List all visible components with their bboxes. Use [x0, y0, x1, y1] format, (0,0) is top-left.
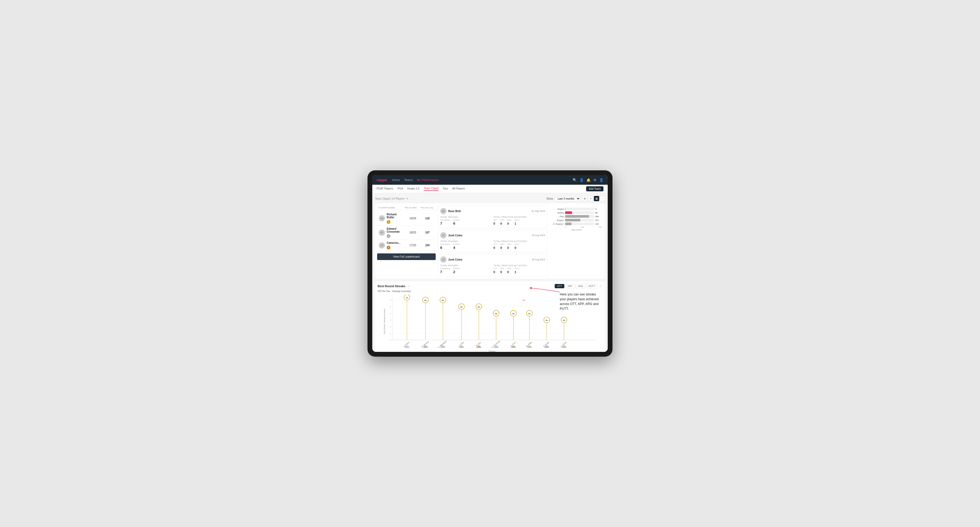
show-label: Show: [546, 197, 553, 200]
stat-value: 2: [453, 270, 455, 274]
app-logo: clippd: [377, 178, 387, 182]
filter-ott[interactable]: OTT: [555, 284, 564, 288]
profile-icon[interactable]: 👤: [599, 178, 603, 182]
bar-value: 96: [595, 211, 602, 214]
stat-block-activities: Total Practice Activities OTT 0 APP 0: [493, 264, 545, 274]
main-content: Team Clippd | 14 Players ✎ Show Last 3 m…: [372, 193, 608, 352]
stat-app: APP 0: [500, 219, 504, 226]
view-leaderboard-button[interactable]: View Full Leaderboard: [377, 253, 436, 260]
bar-chart: Eagles 3 Birdies 96: [550, 205, 603, 276]
navbar: clippd Home Teams My Performance 🔍 👤 🔔 ⚙…: [372, 175, 608, 185]
avatar: JC: [440, 256, 447, 263]
streaks-title: Best Round Streaks ←: [378, 284, 410, 288]
bar-track: [565, 222, 594, 225]
filter-putt[interactable]: PUTT: [586, 284, 598, 288]
player-info: CA Cameron... 3: [379, 241, 405, 249]
user-icon[interactable]: 👤: [579, 178, 584, 182]
col-pb-avg: PB AVG SQ: [421, 206, 434, 209]
stat-block-rounds: Total Rounds Tournament 8 Practice 4: [440, 240, 492, 250]
bar-label: Pars: [551, 215, 564, 218]
bar-label: Eagles: [551, 208, 564, 210]
search-icon[interactable]: 🔍: [573, 178, 577, 182]
bar-fill: [565, 208, 565, 210]
list-view-btn[interactable]: ≡: [588, 196, 593, 201]
stat-value: 7: [440, 221, 442, 225]
player-row[interactable]: CA Cameron... 3 17/20 103: [377, 240, 436, 251]
card-player-name: Rees Britt: [448, 210, 461, 213]
player-row[interactable]: EC Edward Crossman 2 18/20 107: [377, 226, 436, 240]
filter-app[interactable]: APP: [565, 284, 575, 288]
col-pb-score: PB SCORE: [405, 206, 421, 209]
card-date: 26 Aug 2023: [531, 258, 545, 261]
bar-track: [565, 211, 594, 214]
nav-teams[interactable]: Teams: [404, 178, 413, 182]
svg-text:5: 5: [390, 306, 391, 308]
card-player-name: Josh Coles: [448, 258, 462, 261]
subnav-tour[interactable]: Tour: [443, 187, 448, 190]
player-score: 18/20: [405, 231, 421, 234]
stat-sub-label: ARG: [508, 268, 511, 269]
card-stats: Total Rounds Tournament 7 Practice 2: [440, 264, 545, 274]
players-label: Players: [382, 350, 602, 352]
stat-arg: ARG 0: [508, 219, 511, 226]
player-avg: 110: [421, 217, 434, 220]
stat-value: 0: [500, 246, 502, 249]
edit-icon[interactable]: ✎: [406, 197, 408, 200]
table-view-btn[interactable]: ⋮: [600, 196, 605, 201]
settings-icon[interactable]: ⚙: [593, 178, 597, 182]
stat-tournament: Tournament 7: [440, 268, 450, 274]
stat-row: OTT 0 APP 0 ARG 0: [493, 243, 545, 250]
stat-row: Tournament 8 Practice 4: [440, 243, 492, 250]
col-player-name: PLAYER NAME: [379, 206, 405, 209]
add-team-button[interactable]: Add Team: [586, 186, 603, 191]
view-icons: ⊞ ≡ ▦ ⋮: [582, 196, 605, 201]
stat-app: APP 0: [500, 243, 504, 250]
player-card-2: JC Josh Coles 26 Aug 2023 Total Rounds T…: [438, 254, 547, 276]
stat-sub-label: Tournament: [440, 268, 450, 269]
arrow-indicator: ←: [407, 284, 410, 288]
nav-home[interactable]: Home: [392, 178, 400, 182]
subnav-pga[interactable]: PGA: [397, 187, 403, 190]
chart-axis: 0 200 400: [551, 226, 602, 228]
svg-text:2: 2: [390, 326, 391, 328]
svg-text:3x: 3x: [546, 319, 548, 321]
stat-putt: PUTT 1: [514, 219, 519, 226]
player-list: PLAYER NAME PB SCORE PB AVG SQ RB Richar…: [377, 205, 436, 276]
subnav-all-players[interactable]: All Players: [452, 187, 465, 190]
stat-row: OTT 0 APP 0 ARG 0: [493, 268, 545, 274]
stat-value: 8: [440, 246, 442, 250]
period-select[interactable]: Last 3 months: [555, 196, 581, 201]
subnav: PGAT Players PGA Hcaps 1-5 Team Clippd T…: [372, 185, 608, 193]
right-arrow-annotation: ←: [599, 284, 602, 288]
svg-text:1: 1: [390, 332, 391, 334]
svg-text:0: 0: [390, 339, 391, 341]
subnav-hcaps[interactable]: Hcaps 1-5: [407, 187, 420, 190]
stat-block-rounds: Total Rounds Tournament 7 Practice 6: [440, 216, 492, 226]
filter-arg[interactable]: ARG: [576, 284, 585, 288]
subnav-team-clippd[interactable]: Team Clippd: [424, 187, 439, 191]
avatar: EC: [379, 229, 385, 236]
card-view-btn[interactable]: ▦: [594, 196, 599, 201]
card-stats: Total Rounds Tournament 7 Practice 6: [440, 216, 545, 226]
stat-label: Total Practice Activities: [493, 216, 545, 218]
bell-icon[interactable]: 🔔: [586, 178, 591, 182]
bar-row-birdies: Birdies 96: [551, 211, 602, 214]
bar-fill: [565, 222, 571, 225]
player-avg: 107: [421, 231, 434, 234]
bar-fill: [565, 219, 580, 221]
stat-value: 0: [508, 222, 509, 225]
streaks-section: Best Round Streaks ← OTT APP ARG PUTT ← …: [375, 281, 605, 352]
subnav-pgat[interactable]: PGAT Players: [377, 187, 393, 190]
svg-text:5x: 5x: [478, 306, 480, 308]
stat-sub-label: Practice: [453, 243, 460, 245]
nav-my-performance[interactable]: My Performance: [417, 178, 439, 182]
svg-text:4: 4: [390, 313, 391, 314]
grid-view-btn[interactable]: ⊞: [582, 196, 587, 201]
tablet-screen: clippd Home Teams My Performance 🔍 👤 🔔 ⚙…: [372, 175, 608, 352]
player-card-0: RB Rees Britt 02 Sep 2023 Total Rounds T…: [438, 205, 547, 228]
player-row[interactable]: RB Richard Butler 1 19/20 110: [377, 211, 436, 226]
bar-row-pars: Pars 499: [551, 215, 602, 218]
stat-value: 4: [453, 246, 455, 250]
stat-value: 0: [493, 270, 495, 274]
team-title: Team Clippd | 14 Players: [375, 197, 404, 200]
